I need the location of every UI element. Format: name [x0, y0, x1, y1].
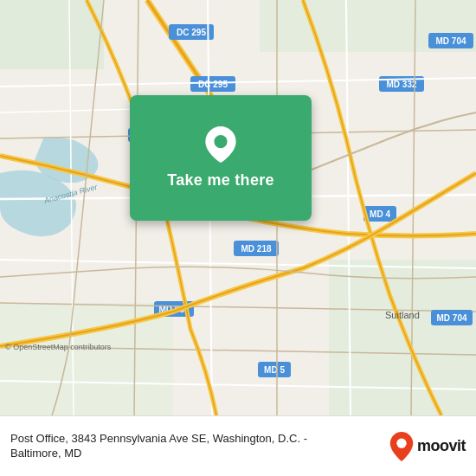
svg-text:MD 218: MD 218 — [241, 244, 271, 254]
svg-text:MD 4: MD 4 — [370, 209, 390, 219]
svg-text:DC 295: DC 295 — [177, 28, 206, 37]
map-container: DC 295 MD 704 DC 295 MD 332 DC 29 MD 218… — [0, 0, 476, 415]
moovit-logo: moovit — [389, 432, 466, 461]
svg-rect-0 — [0, 0, 104, 69]
svg-point-40 — [214, 135, 227, 148]
take-me-there-button[interactable]: Take me there — [167, 171, 274, 190]
location-pin-icon — [203, 126, 239, 163]
location-card: Take me there — [130, 95, 312, 221]
osm-attribution: © OpenStreetMap contributors — [5, 343, 111, 351]
svg-text:Suitland: Suitland — [385, 310, 420, 320]
svg-text:MD 704: MD 704 — [435, 36, 466, 46]
footer-left: Post Office, 3843 Pennsylvania Ave SE, W… — [10, 432, 357, 461]
svg-text:MD 5: MD 5 — [264, 365, 285, 375]
svg-text:MD 332: MD 332 — [386, 80, 416, 89]
moovit-pin-icon — [389, 432, 414, 461]
svg-text:DC 295: DC 295 — [198, 80, 228, 89]
svg-point-41 — [396, 438, 406, 447]
svg-text:MD 704: MD 704 — [436, 313, 466, 323]
address-text: Post Office, 3843 Pennsylvania Ave SE, W… — [10, 432, 357, 461]
moovit-brand-text: moovit — [417, 437, 466, 455]
footer-bar: Post Office, 3843 Pennsylvania Ave SE, W… — [0, 415, 476, 476]
